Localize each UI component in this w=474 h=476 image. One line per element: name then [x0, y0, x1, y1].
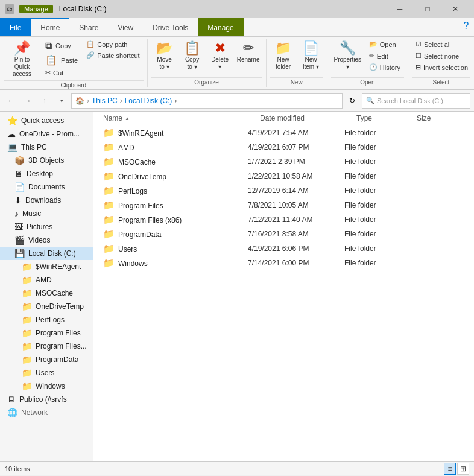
move-to-button[interactable]: 📂 Moveto ▾ [151, 39, 178, 72]
sidebar-item-perflogs[interactable]: 📁 PerfLogs [0, 313, 93, 326]
minimize-button[interactable]: ─ [386, 0, 414, 18]
up-button[interactable]: ↑ [37, 94, 52, 108]
copy-label: Copy [55, 42, 71, 49]
documents-icon: 📄 [14, 182, 25, 192]
sidebar-item-windows[interactable]: 📁 Windows [0, 379, 93, 393]
pin-quick-access-button[interactable]: 📌 Pin to Quickaccess [4, 39, 40, 79]
file-rows-container: 📁$WinREAgent 4/19/2021 7:54 AM File fold… [93, 125, 474, 270]
tab-share[interactable]: Share [69, 18, 108, 36]
quick-access-icon: ⭐ [7, 116, 17, 125]
table-row[interactable]: 📁Windows 7/14/2021 6:00 PM File folder [93, 256, 474, 270]
refresh-button[interactable]: ↻ [345, 94, 359, 108]
table-row[interactable]: 📁MSOCache 1/7/2021 2:39 PM File folder [93, 154, 474, 169]
sidebar-item-this-pc[interactable]: 💻 This PC [0, 141, 93, 154]
folder-icon: 📁 [103, 229, 115, 239]
table-row[interactable]: 📁AMD 4/19/2021 6:07 PM File folder [93, 140, 474, 154]
column-header-type[interactable]: Type [356, 114, 417, 122]
folder-icon: 📁 [103, 185, 115, 195]
sidebar-label-music: Music [22, 209, 41, 218]
forward-button[interactable]: → [21, 94, 35, 108]
sidebar-label-publico: Publico (\\srvfs [19, 395, 67, 404]
invert-selection-button[interactable]: ⊟ Invert selection [412, 62, 472, 72]
table-row[interactable]: 📁Program Files 7/8/2021 10:05 AM File fo… [93, 198, 474, 212]
copy-to-label: Copyto ▾ [185, 56, 199, 71]
table-row[interactable]: 📁$WinREAgent 4/19/2021 7:54 AM File fold… [93, 125, 474, 140]
sidebar-item-swinreagent[interactable]: 📁 $WinREAgent [0, 260, 93, 273]
windows-icon: 📁 [22, 381, 32, 391]
maximize-button[interactable]: □ [414, 0, 441, 18]
edit-button[interactable]: ✏ Edit [365, 51, 404, 61]
help-button[interactable]: ? [458, 18, 474, 34]
paste-shortcut-button[interactable]: 🔗 Paste shortcut [83, 50, 143, 60]
sidebar-item-program-files-x86[interactable]: 📁 Program Files... [0, 340, 93, 353]
select-all-icon: ☑ [416, 40, 422, 48]
search-box[interactable]: 🔍 Search Local Disk (C:) [362, 93, 470, 109]
sidebar-item-local-disk[interactable]: 💾 Local Disk (C:) [0, 247, 93, 260]
history-button[interactable]: 🕐 History [365, 62, 404, 72]
new-item-button[interactable]: 📄 Newitem ▾ [298, 39, 324, 72]
sidebar-item-msocache[interactable]: 📁 MSOCache [0, 287, 93, 300]
file-type: File folder [344, 230, 405, 238]
sidebar-item-network[interactable]: 🌐 Network [0, 406, 93, 419]
back-button[interactable]: ← [4, 94, 18, 108]
new-folder-button[interactable]: 📁 Newfolder [270, 39, 297, 72]
select-all-button[interactable]: ☑ Select all [412, 39, 472, 49]
program-files-x86-icon: 📁 [22, 341, 32, 351]
close-button[interactable]: ✕ [441, 0, 469, 18]
3d-objects-icon: 📦 [14, 156, 25, 165]
copy-button[interactable]: ⧉ Copy [42, 39, 81, 52]
sidebar-item-quick-access[interactable]: ⭐ Quick access [0, 114, 93, 127]
open-button[interactable]: 📂 Open [365, 39, 404, 49]
properties-button[interactable]: 🔧 Properties▾ [331, 39, 364, 72]
copy-to-button[interactable]: 📋 Copyto ▾ [179, 39, 206, 72]
breadcrumb-local-disk[interactable]: Local Disk (C:) [125, 97, 172, 105]
tab-home[interactable]: Home [31, 18, 69, 36]
tab-manage[interactable]: Manage [198, 18, 243, 36]
address-bar[interactable]: 🏠 › This PC › Local Disk (C:) › [71, 93, 343, 109]
delete-button[interactable]: ✖ Delete▾ [207, 39, 233, 72]
sidebar-item-programdata[interactable]: 📁 ProgramData [0, 353, 93, 366]
sidebar-item-downloads[interactable]: ⬇ Downloads [0, 194, 93, 207]
sidebar-item-users[interactable]: 📁 Users [0, 366, 93, 379]
sidebar-item-3d-objects[interactable]: 📦 3D Objects [0, 154, 93, 167]
table-row[interactable]: 📁Users 4/19/2021 6:06 PM File folder [93, 241, 474, 256]
table-row[interactable]: 📁Program Files (x86) 7/12/2021 11:40 AM … [93, 212, 474, 227]
view-large-icons-button[interactable]: ⊞ [457, 463, 469, 475]
sidebar-item-desktop[interactable]: 🖥 Desktop [0, 167, 93, 180]
tab-drive-tools[interactable]: Drive Tools [143, 18, 198, 36]
ribbon-group-select: ☑ Select all ☐ Select none ⊟ Invert sele… [408, 39, 474, 87]
folder-icon: 📁 [103, 243, 115, 253]
table-row[interactable]: 📁ProgramData 7/16/2021 8:58 AM File fold… [93, 227, 474, 241]
sidebar-item-publico[interactable]: 🖥 Publico (\\srvfs [0, 393, 93, 406]
table-row[interactable]: 📁PerfLogs 12/7/2019 6:14 AM File folder [93, 183, 474, 198]
sidebar-item-music[interactable]: ♪ Music [0, 207, 93, 220]
sidebar-item-onedrive[interactable]: ☁ OneDrive - Prom... [0, 127, 93, 141]
tab-file[interactable]: File [0, 18, 31, 36]
sidebar-item-documents[interactable]: 📄 Documents [0, 180, 93, 194]
paste-button[interactable]: 📋 Paste [42, 53, 81, 67]
tab-view[interactable]: View [108, 18, 143, 36]
sidebar-item-program-files[interactable]: 📁 Program Files [0, 326, 93, 340]
column-header-date[interactable]: Date modified [260, 114, 356, 122]
column-header-name[interactable]: Name ▲ [103, 114, 260, 122]
file-date: 7/12/2021 11:40 AM [248, 215, 344, 224]
cut-button[interactable]: ✂ Cut [42, 68, 81, 78]
folder-icon: 📁 [103, 214, 115, 224]
rename-button[interactable]: ✏ Rename [235, 39, 262, 65]
clipboard-label: Clipboard [4, 80, 144, 90]
column-header-size[interactable]: Size [417, 114, 465, 122]
sidebar-item-onedrivetemp[interactable]: 📁 OneDriveTemp [0, 300, 93, 313]
sidebar-item-amd[interactable]: 📁 AMD [0, 273, 93, 287]
sidebar-item-videos[interactable]: 🎬 Videos [0, 233, 93, 247]
onedrivetemp-icon: 📁 [22, 302, 32, 311]
sidebar-item-pictures[interactable]: 🖼 Pictures [0, 220, 93, 233]
breadcrumb-this-pc[interactable]: This PC [92, 97, 118, 105]
delete-label: Delete▾ [211, 56, 229, 71]
select-none-button[interactable]: ☐ Select none [412, 51, 472, 61]
file-date: 1/7/2021 2:39 PM [248, 157, 344, 166]
table-row[interactable]: 📁OneDriveTemp 1/22/2021 10:58 AM File fo… [93, 169, 474, 183]
recent-locations-button[interactable]: ▾ [54, 94, 69, 108]
file-name: 📁Users [103, 243, 248, 254]
view-details-button[interactable]: ≡ [444, 463, 456, 475]
copy-path-button[interactable]: 📋 Copy path [83, 39, 143, 49]
